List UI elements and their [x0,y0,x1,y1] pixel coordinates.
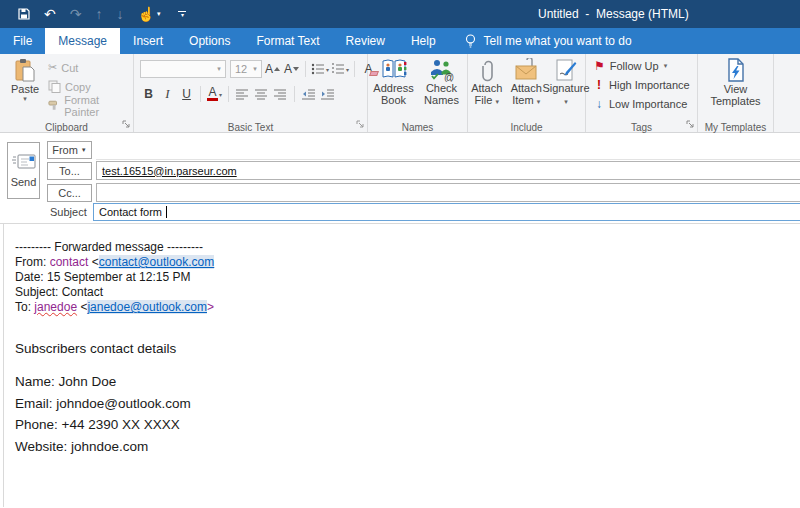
chevron-down-icon: ▾ [564,98,568,105]
copy-icon [48,80,61,93]
paste-button[interactable]: Paste ▾ [6,55,44,117]
detail-name: Name: John Doe [15,371,800,393]
chevron-down-icon: ▾ [664,62,668,70]
shrink-font-button[interactable]: A [283,60,300,78]
increase-indent-button[interactable] [319,85,336,103]
tags-group-label: Tags [631,122,652,133]
from-button[interactable]: From ▼ [47,141,92,159]
high-importance-button[interactable]: ! High Importance [586,75,697,94]
forwarded-from-line: From: contact <contact@outlook.com [15,255,800,270]
signature-button[interactable]: Signature▾ [547,55,585,117]
undo-icon[interactable]: ↶ [44,7,56,21]
decrease-indent-icon [302,89,316,100]
grow-font-icon [274,67,280,72]
to-display-name: janedoe [34,300,77,314]
chevron-down-icon: ▾ [219,91,222,98]
send-icon [12,153,36,170]
save-icon[interactable] [18,8,30,20]
chevron-down-icon: ▾ [495,98,499,105]
font-color-button[interactable]: A ▾ [206,85,223,103]
ribbon-filler [774,54,800,132]
tab-file[interactable]: File [0,28,45,54]
message-body-area[interactable]: --------- Forwarded message --------- Fr… [3,224,800,507]
tab-message[interactable]: Message [45,28,120,54]
check-names-button[interactable]: @ Check Names [419,55,465,117]
tell-me-box[interactable]: Tell me what you want to do [465,28,632,54]
include-group: Attach File ▾ Attach Item ▾ [468,54,586,132]
tab-insert[interactable]: Insert [120,28,176,54]
to-recipient[interactable]: test.16515@in.parseur.com [102,165,237,177]
subject-field[interactable]: Contact form [93,203,800,221]
send-button[interactable]: Send [7,142,40,199]
align-center-icon [255,89,268,100]
chevron-down-icon: ▾ [157,10,161,18]
align-left-button[interactable] [234,85,251,103]
divider [294,86,295,102]
tab-options[interactable]: Options [176,28,243,54]
to-email-link[interactable]: janedoe@outlook.com [87,300,207,314]
divider [200,86,201,102]
envelope-area: Send From ▼ To... Cc... Subject test.165… [0,133,800,224]
ribbon-tab-row: File Message Insert Options Format Text … [0,28,800,54]
outlook-compose-window: ↶ ↷ ↑ ↓ ☝ ▾ ▾ Untitled - Message (HTML) … [0,0,800,508]
customize-qat-button[interactable]: ▾ [178,11,186,18]
grow-font-button[interactable]: A [264,60,281,78]
view-templates-button[interactable]: View Templates [713,55,759,117]
clipboard-dialog-launcher-icon[interactable] [122,120,130,128]
forwarded-to-line: To: janedoe <janedoe@outlook.com> [15,300,800,315]
decrease-indent-button[interactable] [300,85,317,103]
from-email-link[interactable]: contact@outlook.com [99,255,215,269]
chevron-down-icon: ▾ [213,65,225,73]
include-group-label: Include [510,122,542,133]
redo-icon: ↷ [70,7,82,21]
address-book-button[interactable]: Address Book [371,55,417,117]
font-size-select: 12▾ [230,60,262,78]
to-field[interactable]: test.16515@in.parseur.com [96,161,800,180]
tell-me-label: Tell me what you want to do [484,34,632,48]
attach-file-button[interactable]: Attach File ▾ [468,55,506,117]
align-center-button[interactable] [253,85,270,103]
numbering-button[interactable]: ▾ [331,60,349,78]
italic-button[interactable]: I [159,85,176,103]
increase-indent-icon [321,89,335,100]
align-right-button[interactable] [272,85,289,103]
basic-text-dialog-launcher-icon[interactable] [356,120,364,128]
follow-up-button[interactable]: ⚑ Follow Up ▾ [586,56,697,75]
tags-dialog-launcher-icon[interactable] [686,120,694,128]
tab-format-text[interactable]: Format Text [243,28,332,54]
tab-review[interactable]: Review [333,28,398,54]
format-painter-button: Format Painter [48,96,133,115]
next-item-icon: ↓ [116,7,123,21]
bullets-button[interactable]: ▾ [311,60,329,78]
basic-text-group: ▾ 12▾ A A ▾ ▾ A [134,54,368,132]
shrink-font-icon [293,67,299,72]
divider [228,86,229,102]
names-group-label: Names [402,122,434,133]
attach-item-button[interactable]: Attach Item ▾ [508,55,546,117]
names-group: Address Book @ Check Names Names [368,54,468,132]
cc-button[interactable]: Cc... [47,184,92,202]
low-importance-button[interactable]: ↓ Low Importance [586,94,697,113]
detail-phone: Phone: +44 2390 XX XXXX [15,414,800,436]
subject-label: Subject [50,206,87,218]
bold-button[interactable]: B [140,85,157,103]
body-intro-line: Subscribers contact details [15,341,800,356]
chevron-down-icon: ▾ [346,66,349,73]
touch-mouse-mode-button[interactable]: ☝ ▾ [137,7,160,21]
font-name-select: ▾ [140,60,226,78]
svg-text:@: @ [444,72,454,82]
high-importance-icon: ! [594,78,604,92]
forwarded-header: --------- Forwarded message --------- [15,240,800,255]
tags-group: ⚑ Follow Up ▾ ! High Importance ↓ Low Im… [586,54,698,132]
tab-help[interactable]: Help [398,28,449,54]
basic-text-group-label: Basic Text [228,122,273,133]
format-painter-icon [48,100,60,111]
detail-website: Website: johndoe.com [15,436,800,458]
from-field[interactable] [96,141,800,160]
numbering-icon [331,63,345,75]
underline-button[interactable]: U [178,85,195,103]
to-button[interactable]: To... [47,162,92,180]
font-color-icon: A [207,87,218,101]
cc-field[interactable] [96,183,800,202]
paste-icon [14,58,36,83]
